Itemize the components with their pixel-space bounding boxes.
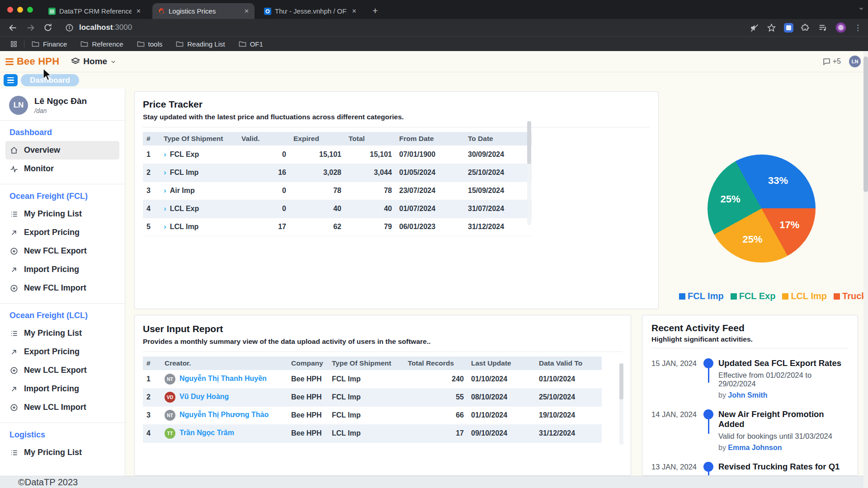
table-header-row: # Type Of Shipment Valid. Expired Total … [143, 132, 532, 145]
sidebar-item-fcl-my-pricing-list[interactable]: My Pricing List [5, 205, 119, 223]
legend-item[interactable]: FCL Exp [731, 291, 776, 301]
chat-notifications[interactable]: +5 [822, 57, 841, 66]
new-tab-button[interactable]: + [369, 5, 382, 17]
chevron-down-icon [110, 59, 116, 65]
sidebar-item-label: New LCL Import [24, 403, 86, 412]
sidebar-item-fcl-import-pricing[interactable]: Import Pricing [5, 260, 119, 279]
bookmark-star-icon[interactable] [767, 23, 776, 33]
expand-row-icon[interactable]: › [164, 222, 166, 231]
bookmark-folder-tools[interactable]: tools [137, 40, 163, 48]
expand-row-icon[interactable]: › [164, 186, 166, 195]
tab-close-icon[interactable]: ✕ [135, 8, 142, 14]
bookmark-folder-of1[interactable]: OF1 [239, 40, 263, 48]
sidebar-item-fcl-export-pricing[interactable]: Export Pricing [5, 223, 119, 242]
home-menu[interactable]: Home [71, 56, 116, 66]
creator-link[interactable]: Nguyễn Thị Phương Thảo [179, 411, 269, 418]
activity-item[interactable]: 13 JAN, 2024 Revised Trucking Rates for … [651, 462, 849, 476]
legend-label: FCL Imp [688, 291, 724, 301]
pinned-extension-icon[interactable] [784, 23, 793, 33]
header-user-avatar[interactable]: LN [849, 56, 861, 67]
sidebar-item-monitor[interactable]: Monitor [5, 160, 119, 178]
list-icon [10, 449, 18, 457]
macos-window-controls[interactable] [7, 7, 33, 13]
table-row[interactable]: 3 NTNguyễn Thị Phương Thảo Bee HPH FCL I… [143, 406, 602, 424]
table-scrollbar[interactable] [527, 121, 531, 225]
forward-icon[interactable] [26, 23, 35, 33]
timeline-dot-icon [703, 462, 713, 472]
back-icon[interactable] [8, 23, 18, 33]
sidebar-item-new-fcl-import[interactable]: New FCL Import [5, 279, 119, 297]
expand-row-icon[interactable]: › [164, 204, 166, 213]
table-scrollbar[interactable] [619, 363, 623, 445]
tab-search-chevron-icon[interactable] [858, 5, 864, 12]
activity-item[interactable]: 14 JAN, 2024 New Air Freight Promotion A… [651, 409, 849, 452]
user-input-report-subtitle: Provides a monthly summary view of the d… [143, 338, 623, 346]
browser-tab-outlook[interactable]: Thư - Jesse.vnhph / OF1 - Ou ✕ [259, 3, 363, 19]
reload-icon[interactable] [43, 23, 52, 32]
sidebar-item-lcl-import-pricing[interactable]: Import Pricing [5, 380, 119, 398]
browser-profile-avatar[interactable] [835, 22, 846, 33]
tab-close-icon[interactable]: ✕ [351, 8, 358, 14]
sidebar-item-overview[interactable]: Overview [5, 141, 119, 160]
legend-item[interactable]: FCL Imp [679, 291, 724, 301]
site-info-icon[interactable] [65, 23, 74, 32]
sidebar-item-lcl-export-pricing[interactable]: Export Pricing [5, 343, 119, 361]
table-row[interactable]: 2 ›FCL Imp 16 3,028 3,044 01/05/2024 25/… [143, 164, 532, 182]
table-row[interactable]: 3 ›Air Imp 0 78 78 23/07/2024 15/09/2024 [143, 182, 532, 200]
browser-tab-sheets[interactable]: DataTP CRM Reference - Goo ✕ [43, 3, 149, 19]
sidebar-item-label: Overview [24, 145, 60, 155]
tab-close-icon[interactable]: ✕ [243, 8, 250, 14]
browser-window: DataTP CRM Reference - Goo ✕ Logistics P… [0, 0, 868, 488]
list-icon [10, 329, 18, 338]
table-row[interactable]: 4 TTTrần Ngọc Trâm Bee HPH LCL Imp 17 09… [143, 424, 602, 442]
maximize-window-button[interactable] [27, 7, 33, 13]
activity-item[interactable]: 15 JAN, 2024 Updated Sea FCL Export Rate… [651, 358, 849, 399]
col-header: From Date [396, 132, 464, 145]
bookmark-folder-reference[interactable]: Reference [80, 40, 123, 48]
table-header-row: # Creator. Company Type Of Shipment Tota… [143, 357, 602, 370]
expand-row-icon[interactable]: › [164, 150, 166, 159]
table-row[interactable]: 1 NTNguyễn Thị Thanh Huyền Bee HPH FCL I… [143, 370, 602, 388]
legend-item[interactable]: Truck [834, 291, 866, 301]
sidebar-toggle-icon[interactable] [5, 58, 14, 65]
browser-menu-icon[interactable]: ⋮ [854, 23, 862, 33]
expand-row-icon[interactable]: › [164, 168, 166, 177]
creator-link[interactable]: Trần Ngọc Trâm [179, 429, 234, 436]
sidebar-user-card[interactable]: LN Lê Ngọc Đàn /dan [0, 89, 125, 120]
activity-author-link[interactable]: Emma Johnson [728, 444, 782, 451]
activity-author-link[interactable]: John Smith [728, 391, 767, 399]
table-row[interactable]: 4 ›LCL Exp 0 40 40 01/07/2024 31/07/2024 [143, 200, 532, 218]
extensions-puzzle-icon[interactable] [801, 23, 811, 33]
sidebar-item-logistics-my-pricing-list[interactable]: My Pricing List [5, 443, 119, 462]
address-bar[interactable]: localhost:3000 [79, 23, 132, 32]
table-row[interactable]: 1 ›FCL Exp 0 15,101 15,101 07/01/1900 30… [143, 145, 532, 164]
table-row[interactable]: 2 VDVũ Duy Hoàng Bee HPH FCL Imp 55 08/1… [143, 388, 602, 406]
table-row[interactable]: 5 ›LCL Imp 17 62 79 06/01/2023 31/12/202… [143, 218, 532, 236]
sidebar-item-new-lcl-import[interactable]: New LCL Import [5, 398, 119, 417]
sidebar-section-lcl: Ocean Freight (LCL) My Pricing List Expo… [0, 304, 125, 422]
mute-tab-icon[interactable] [750, 23, 759, 33]
collapse-sidebar-button[interactable] [4, 74, 18, 86]
page-scrollbar[interactable] [863, 51, 868, 488]
home-icon [10, 146, 18, 155]
sidebar-item-new-lcl-export[interactable]: New LCL Export [5, 361, 119, 380]
close-window-button[interactable] [7, 7, 13, 13]
bookmark-folder-finance[interactable]: Finance [32, 40, 67, 48]
sidebar-item-lcl-my-pricing-list[interactable]: My Pricing List [5, 324, 119, 343]
minimize-window-button[interactable] [17, 7, 23, 13]
bookmark-folder-reading-list[interactable]: Reading List [176, 40, 225, 48]
sidebar-item-label: My Pricing List [24, 209, 82, 219]
legend-item[interactable]: LCL Imp [782, 291, 827, 301]
browser-tab-logistics-active[interactable]: Logistics Prices ✕ [152, 3, 255, 19]
media-queue-icon[interactable] [818, 23, 828, 33]
apps-grid-icon[interactable] [10, 40, 18, 48]
app-brand[interactable]: Bee HPH [17, 56, 59, 67]
col-header: Valid. [238, 132, 290, 145]
creator-link[interactable]: Vũ Duy Hoàng [179, 393, 229, 400]
timeline-dot-icon [703, 409, 713, 419]
sidebar-item-new-fcl-export[interactable]: New FCL Export [5, 242, 119, 260]
activity-feed-card: Recent Activity Feed Highlight significa… [642, 315, 858, 476]
price-tracker-card: Price Tracker Stay updated with the late… [134, 91, 659, 309]
user-name: Lê Ngọc Đàn [34, 96, 87, 106]
creator-link[interactable]: Nguyễn Thị Thanh Huyền [179, 375, 267, 382]
